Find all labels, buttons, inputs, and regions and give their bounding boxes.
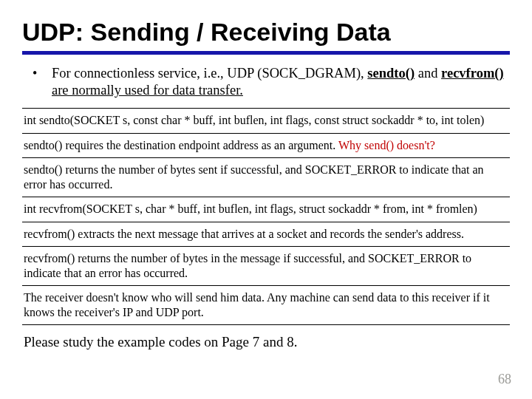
bullet-text-mid: and (415, 66, 441, 81)
bullet-item: For connectionless service, i.e., UDP (S… (43, 65, 507, 99)
page-number: 68 (498, 372, 511, 387)
text-sendto-returns: sendto() returns the number of bytes sen… (24, 163, 508, 191)
bullet-text-post: are normally used for data transfer. (52, 83, 243, 98)
block-recvfrom-extracts: recvfrom() extracts the next message tha… (22, 227, 510, 248)
block-receiver-note: The receiver doesn't know who will send … (22, 290, 510, 325)
text-why-send-doesnt: Why send() doesn't? (338, 139, 435, 151)
text-recvfrom-extracts: recvfrom() extracts the next message tha… (24, 227, 508, 242)
text-receiver-note: The receiver doesn't know who will send … (24, 290, 508, 319)
block-recvfrom-signature: int recvfrom(SOCKET s, char * buff, int … (22, 202, 510, 222)
bullet-fn-sendto: sendto() (367, 66, 415, 81)
closing-text: Please study the example codes on Page 7… (24, 334, 508, 350)
text-sendto-requires: sendto() requires the destination endpoi… (24, 138, 508, 153)
text-recvfrom-signature: int recvfrom(SOCKET s, char * buff, int … (24, 202, 508, 216)
text-sendto-signature: int sendto(SOCKET s, const char * buff, … (24, 113, 508, 128)
block-recvfrom-returns: recvfrom() returns the number of bytes i… (22, 251, 510, 286)
slide: UDP: Sending / Receiving Data For connec… (0, 0, 532, 399)
block-sendto-requires: sendto() requires the destination endpoi… (22, 138, 510, 159)
block-sendto-returns: sendto() returns the number of bytes sen… (22, 163, 510, 197)
slide-title: UDP: Sending / Receiving Data (22, 18, 510, 47)
bullet-list: For connectionless service, i.e., UDP (S… (22, 65, 510, 99)
bullet-fn-recvfrom: recvfrom() (441, 66, 504, 81)
block-sendto-signature: int sendto(SOCKET s, const char * buff, … (22, 108, 510, 134)
text-sendto-requires-a: sendto() requires the destination endpoi… (24, 139, 338, 151)
bullet-text-pre: For connectionless service, i.e., UDP (S… (52, 66, 367, 81)
text-recvfrom-returns: recvfrom() returns the number of bytes i… (24, 251, 508, 280)
title-underline (22, 51, 510, 55)
